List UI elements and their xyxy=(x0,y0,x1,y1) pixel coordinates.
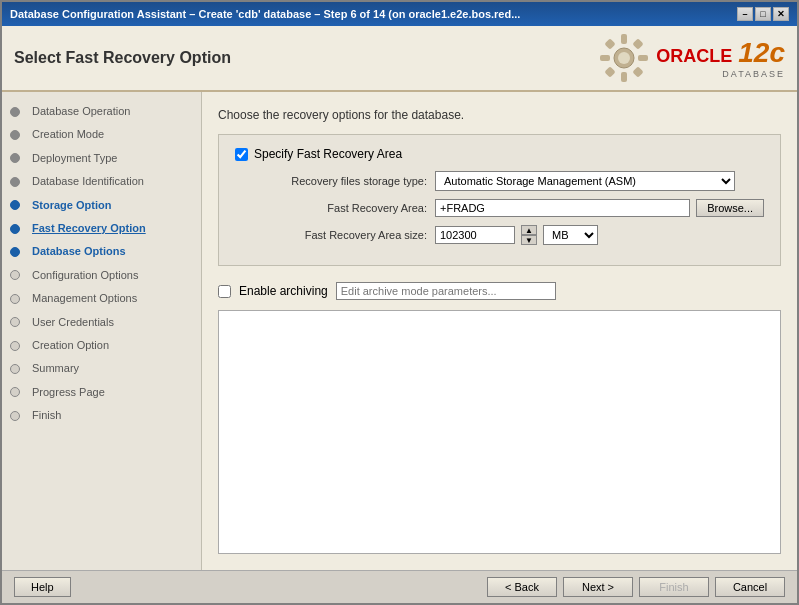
sidebar-item-fast-recovery-option[interactable]: Fast Recovery Option xyxy=(2,217,201,240)
recovery-storage-dropdown[interactable]: Automatic Storage Management (ASM) xyxy=(435,171,735,191)
svg-point-1 xyxy=(618,52,630,64)
finish-button[interactable]: Finish xyxy=(639,577,709,597)
fast-recovery-area-row: Fast Recovery Area: +FRADG Browse... xyxy=(235,199,764,217)
info-box xyxy=(218,310,781,554)
fast-recovery-area-control: +FRADG Browse... xyxy=(435,199,764,217)
sidebar-item-summary[interactable]: Summary xyxy=(2,357,201,380)
enable-archiving-label[interactable]: Enable archiving xyxy=(239,284,328,298)
back-button[interactable]: < Back xyxy=(487,577,557,597)
specify-fra-row: Specify Fast Recovery Area xyxy=(235,147,764,161)
oracle-brand-label: ORACLE xyxy=(656,46,732,67)
fast-recovery-size-label: Fast Recovery Area size: xyxy=(235,229,435,241)
fast-recovery-size-input[interactable]: 102300 xyxy=(435,226,515,244)
enable-archiving-row: Enable archiving xyxy=(218,282,781,300)
fast-recovery-size-row: Fast Recovery Area size: 102300 ▲ ▼ MB G… xyxy=(235,225,764,245)
step-dot xyxy=(10,411,20,421)
step-dot xyxy=(10,107,20,117)
svg-rect-7 xyxy=(633,38,644,49)
step-dot xyxy=(10,317,20,327)
browse-button[interactable]: Browse... xyxy=(696,199,764,217)
footer-left: Help xyxy=(14,577,71,597)
step-dot xyxy=(10,247,20,257)
step-dot xyxy=(10,270,20,280)
help-button[interactable]: Help xyxy=(14,577,71,597)
svg-rect-9 xyxy=(633,66,644,77)
step-dot xyxy=(10,153,20,163)
window-controls: – □ ✕ xyxy=(737,7,789,21)
sidebar-item-user-credentials[interactable]: User Credentials xyxy=(2,311,201,334)
archive-params-input[interactable] xyxy=(336,282,556,300)
spin-down-button[interactable]: ▼ xyxy=(521,235,537,245)
sidebar-item-database-identification[interactable]: Database Identification xyxy=(2,170,201,193)
main-description: Choose the recovery options for the data… xyxy=(218,108,781,122)
recovery-files-row: Recovery files storage type: Automatic S… xyxy=(235,171,764,191)
content-area: Database Operation Creation Mode Deploym… xyxy=(2,92,797,570)
step-dot xyxy=(10,387,20,397)
spin-up-button[interactable]: ▲ xyxy=(521,225,537,235)
oracle-version-label: 12c xyxy=(738,37,785,69)
sidebar-item-creation-option[interactable]: Creation Option xyxy=(2,334,201,357)
footer-right: < Back Next > Finish Cancel xyxy=(487,577,785,597)
enable-archiving-checkbox[interactable] xyxy=(218,285,231,298)
svg-rect-5 xyxy=(638,55,648,61)
close-button[interactable]: ✕ xyxy=(773,7,789,21)
main-window: Database Configuration Assistant – Creat… xyxy=(0,0,799,605)
step-dot xyxy=(10,294,20,304)
oracle-gear-icon xyxy=(598,32,650,84)
specify-fra-checkbox[interactable] xyxy=(235,148,248,161)
recovery-files-control: Automatic Storage Management (ASM) xyxy=(435,171,764,191)
fast-recovery-area-label: Fast Recovery Area: xyxy=(235,202,435,214)
step-dot xyxy=(10,364,20,374)
sidebar-item-storage-option[interactable]: Storage Option xyxy=(2,194,201,217)
oracle-brand-text: ORACLE 12c DATABASE xyxy=(656,37,785,79)
oracle-logo: ORACLE 12c DATABASE xyxy=(598,32,785,84)
sidebar: Database Operation Creation Mode Deploym… xyxy=(2,92,202,570)
window-title: Database Configuration Assistant – Creat… xyxy=(10,8,520,20)
form-section: Specify Fast Recovery Area Recovery file… xyxy=(218,134,781,266)
step-dot xyxy=(10,200,20,210)
sidebar-item-management-options[interactable]: Management Options xyxy=(2,287,201,310)
sidebar-item-database-options[interactable]: Database Options xyxy=(2,240,201,263)
footer: Help < Back Next > Finish Cancel xyxy=(2,570,797,603)
main-panel: Choose the recovery options for the data… xyxy=(202,92,797,570)
page-title: Select Fast Recovery Option xyxy=(14,49,231,67)
fast-recovery-area-input[interactable]: +FRADG xyxy=(435,199,690,217)
cancel-button[interactable]: Cancel xyxy=(715,577,785,597)
next-button[interactable]: Next > xyxy=(563,577,633,597)
maximize-button[interactable]: □ xyxy=(755,7,771,21)
sidebar-item-creation-mode[interactable]: Creation Mode xyxy=(2,123,201,146)
oracle-db-label: DATABASE xyxy=(722,69,785,79)
recovery-files-label: Recovery files storage type: xyxy=(235,175,435,187)
sidebar-item-progress-page[interactable]: Progress Page xyxy=(2,381,201,404)
minimize-button[interactable]: – xyxy=(737,7,753,21)
step-dot xyxy=(10,341,20,351)
specify-fra-label[interactable]: Specify Fast Recovery Area xyxy=(254,147,402,161)
svg-rect-8 xyxy=(605,66,616,77)
size-spinner: ▲ ▼ xyxy=(521,225,537,245)
size-unit-dropdown[interactable]: MB GB xyxy=(543,225,598,245)
svg-rect-2 xyxy=(621,34,627,44)
fast-recovery-size-control: 102300 ▲ ▼ MB GB xyxy=(435,225,764,245)
title-bar: Database Configuration Assistant – Creat… xyxy=(2,2,797,26)
sidebar-item-database-operation[interactable]: Database Operation xyxy=(2,100,201,123)
step-dot xyxy=(10,224,20,234)
svg-rect-3 xyxy=(621,72,627,82)
sidebar-item-configuration-options[interactable]: Configuration Options xyxy=(2,264,201,287)
sidebar-item-deployment-type[interactable]: Deployment Type xyxy=(2,147,201,170)
svg-rect-4 xyxy=(600,55,610,61)
header-bar: Select Fast Recovery Option xyxy=(2,26,797,92)
svg-rect-6 xyxy=(605,38,616,49)
step-dot xyxy=(10,130,20,140)
sidebar-item-finish[interactable]: Finish xyxy=(2,404,201,427)
step-dot xyxy=(10,177,20,187)
